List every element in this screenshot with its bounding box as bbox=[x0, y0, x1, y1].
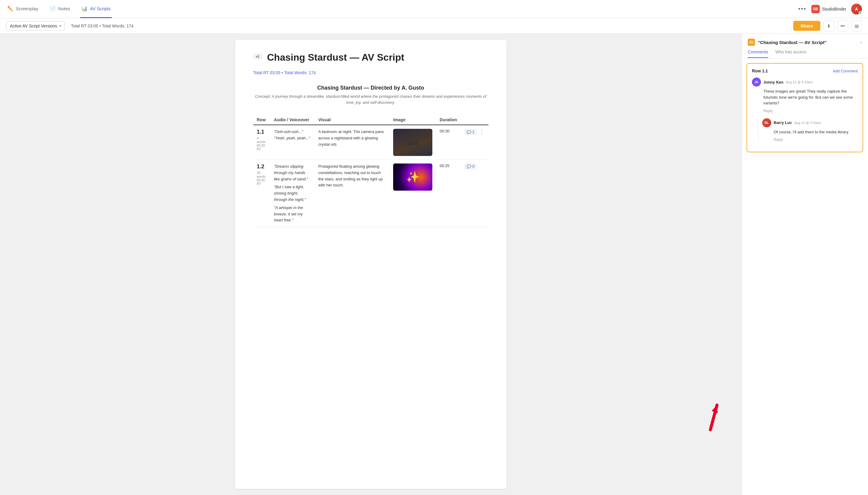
chevron-down-icon: ▾ bbox=[59, 24, 61, 28]
script-title: Chasing Stardust — AV Script bbox=[267, 52, 404, 63]
more-options-button[interactable]: ••• bbox=[837, 20, 848, 31]
comment-timestamp: Aug 12 @ 3:32pm bbox=[786, 80, 813, 84]
notes-icon: 📄 bbox=[50, 6, 56, 12]
tab-comments[interactable]: Comments bbox=[748, 50, 768, 58]
script-area: v1 Chasing Stardust — AV Script Total RT… bbox=[0, 34, 741, 495]
col-header-visual: Visual bbox=[315, 115, 390, 125]
sidebar-toggle-button[interactable]: ▤ bbox=[851, 20, 862, 31]
reply-indent: BL Barry Luc Aug 12 @ 3:32pm Of course, … bbox=[758, 118, 858, 142]
audio-cell-1: "Ooh-ooh-ooh..." "Yeah, yeah, yeah..." bbox=[270, 125, 315, 160]
commenter-avatar-barry: BL bbox=[762, 118, 771, 127]
duration-cell-2: 00:25 bbox=[436, 160, 461, 227]
comment-icon: 💬 bbox=[467, 130, 471, 134]
user-avatar[interactable]: A bbox=[851, 4, 862, 15]
sidebar-icon: ▤ bbox=[855, 23, 858, 28]
row-more-button-1[interactable]: ⋮ bbox=[479, 129, 484, 135]
panel-logo: AV bbox=[748, 39, 755, 46]
panel-close-button[interactable]: › bbox=[861, 39, 862, 45]
actions-cell-1: 💬 2 ⋮ bbox=[461, 125, 489, 160]
row-number-cell: 1.1 4 words 00:30 RT bbox=[253, 125, 270, 160]
comment-section-row-1: Row 1.1 Add Comment JK Jonny Ken Aug 12 … bbox=[746, 63, 863, 152]
script-header: v1 Chasing Stardust — AV Script bbox=[253, 52, 489, 63]
comment-item: JK Jonny Ken Aug 12 @ 3:32pm These image… bbox=[752, 78, 858, 114]
col-header-row: Row bbox=[253, 115, 270, 125]
row-number-cell-2: 1.2 29 words 00:55 RT bbox=[253, 160, 270, 227]
space-thumbnail[interactable] bbox=[393, 164, 432, 191]
col-header-duration: Duration bbox=[436, 115, 461, 125]
version-dropdown[interactable]: Active AV Script Versions ▾ bbox=[6, 21, 65, 31]
comment-badge-2[interactable]: 💬 0 bbox=[464, 164, 477, 170]
col-header-image: Image bbox=[390, 115, 436, 125]
av-scripts-icon: 📊 bbox=[82, 6, 87, 12]
add-comment-button[interactable]: Add Comment bbox=[833, 69, 858, 73]
toolbar-right: Share ⬇ ••• ▤ bbox=[793, 20, 862, 31]
audio-cell-2: "Dreams slipping through my hands like g… bbox=[270, 160, 315, 227]
script-meta: Total RT 03:05 • Total Words: 174 bbox=[253, 70, 489, 75]
main-layout: v1 Chasing Stardust — AV Script Total RT… bbox=[0, 34, 868, 495]
online-indicator bbox=[858, 11, 862, 14]
panel-title: "Chasing Stardust — AV Script" bbox=[758, 40, 827, 45]
commenter-name: Jonny Ken bbox=[763, 80, 783, 84]
tab-av-scripts[interactable]: 📊 AV Scripts bbox=[80, 0, 112, 18]
nav-more-button[interactable]: ••• bbox=[798, 5, 807, 12]
commenter-avatar-jonny: JK bbox=[752, 78, 761, 87]
rt-total-info: Total RT 03:05 • Total Words: 174 bbox=[71, 23, 134, 28]
image-cell-1[interactable] bbox=[390, 125, 436, 160]
nav-right: ••• SB StudioBinder A bbox=[798, 4, 862, 15]
top-nav: ✏️ Screenplay 📄 Notes 📊 AV Scripts ••• S… bbox=[0, 0, 868, 18]
visual-cell-2: Protagonist floating among glowing const… bbox=[315, 160, 390, 227]
table-row: 1.2 29 words 00:55 RT "Dreams slipping t… bbox=[253, 160, 489, 227]
panel-header: AV "Chasing Stardust — AV Script" › Comm… bbox=[742, 34, 868, 58]
tab-notes[interactable]: 📄 Notes bbox=[49, 0, 71, 18]
more-options-icon: ••• bbox=[840, 23, 845, 28]
visual-cell-1: A bedroom at night. The camera pans acro… bbox=[315, 125, 390, 160]
col-header-audio: Audio / Voiceover bbox=[270, 115, 315, 125]
script-paper: v1 Chasing Stardust — AV Script Total RT… bbox=[235, 40, 507, 489]
panel-tabs: Comments Who has access bbox=[748, 50, 862, 58]
actions-cell-2: 💬 0 bbox=[461, 160, 489, 227]
tab-notes-label: Notes bbox=[58, 6, 70, 11]
table-row: 1.1 4 words 00:30 RT "Ooh-ooh-ooh..." "Y… bbox=[253, 125, 489, 160]
row-label: Row 1.1 bbox=[752, 68, 768, 73]
studio-binder-logo: SB bbox=[811, 5, 820, 13]
commenter-name-barry: Barry Luc bbox=[774, 120, 792, 125]
download-icon: ⬇ bbox=[827, 23, 831, 28]
script-subtitle: Chasing Stardust — Directed by A. Gusto bbox=[253, 85, 489, 91]
image-cell-2[interactable] bbox=[390, 160, 436, 227]
script-subtitle-title: Chasing Stardust — Directed by A. Gusto bbox=[253, 85, 489, 91]
script-subtitle-concept: Concept: A journey through a dreamlike, … bbox=[253, 93, 489, 105]
share-button[interactable]: Share bbox=[793, 21, 820, 31]
comment-text-barry: Of course, I'll add them to the media li… bbox=[762, 129, 858, 135]
tab-screenplay-label: Screenplay bbox=[16, 6, 38, 11]
studio-binder-button[interactable]: SB StudioBinder bbox=[811, 5, 846, 13]
screenplay-icon: ✏️ bbox=[7, 6, 13, 12]
comments-body: Row 1.1 Add Comment JK Jonny Ken Aug 12 … bbox=[742, 58, 868, 495]
tab-who-has-access[interactable]: Who has access bbox=[776, 50, 807, 58]
duration-cell-1: 00:30 bbox=[436, 125, 461, 160]
reply-button[interactable]: Reply bbox=[752, 109, 773, 113]
av-script-table: Row Audio / Voiceover Visual Image Durat… bbox=[253, 115, 489, 227]
comment-item-reply: BL Barry Luc Aug 12 @ 3:32pm Of course, … bbox=[762, 118, 858, 142]
tab-av-scripts-label: AV Scripts bbox=[90, 6, 111, 11]
version-dropdown-label: Active AV Script Versions bbox=[10, 23, 57, 28]
comment-icon-2: 💬 bbox=[467, 165, 471, 169]
download-button[interactable]: ⬇ bbox=[823, 20, 834, 31]
comment-text: These images are great! They really capt… bbox=[752, 88, 858, 106]
studio-binder-label: StudioBinder bbox=[822, 7, 846, 12]
bedroom-thumbnail[interactable] bbox=[393, 129, 432, 156]
tab-screenplay[interactable]: ✏️ Screenplay bbox=[6, 0, 39, 18]
reply-button-barry[interactable]: Reply bbox=[762, 138, 783, 142]
comment-badge-1[interactable]: 💬 2 bbox=[464, 129, 477, 135]
version-badge: v1 bbox=[253, 54, 262, 59]
toolbar: Active AV Script Versions ▾ Total RT 03:… bbox=[0, 18, 868, 34]
comment-timestamp-barry: Aug 12 @ 3:32pm bbox=[794, 121, 821, 124]
right-panel: AV "Chasing Stardust — AV Script" › Comm… bbox=[741, 34, 868, 495]
